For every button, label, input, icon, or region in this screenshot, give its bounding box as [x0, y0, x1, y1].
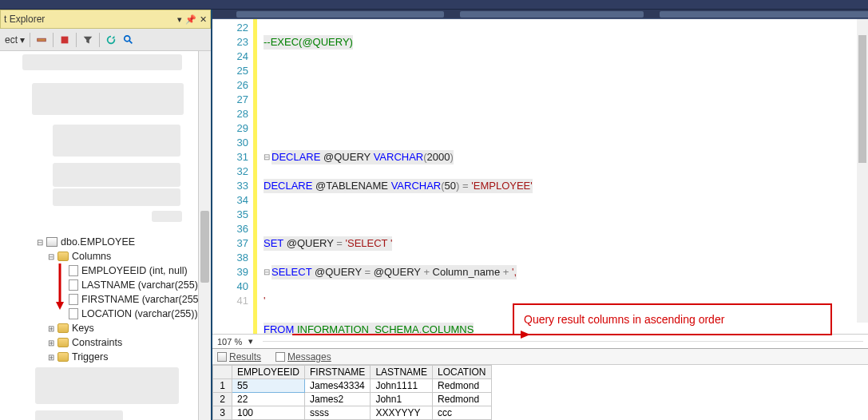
- cell[interactable]: ssss: [305, 406, 371, 420]
- results-panel: Results Messages EMPLOYEEID FIRSTNAME LA…: [212, 348, 868, 420]
- column-item[interactable]: LASTNAME (varchar(255): [69, 278, 198, 292]
- pin-icon[interactable]: 📌: [185, 14, 196, 25]
- column-label: LOCATION (varchar(255)): [81, 308, 198, 319]
- triggers-folder[interactable]: Triggers: [46, 350, 108, 364]
- table-icon: [46, 237, 57, 247]
- code-content[interactable]: --EXEC(@QUERY) ⊟DECLARE @QUERY VARCHAR(2…: [257, 19, 868, 334]
- cell[interactable]: John1: [371, 393, 433, 406]
- collapse-icon[interactable]: [46, 252, 56, 261]
- line-gutter: 2223242526272829303132333435363738394041: [212, 19, 257, 334]
- keys-folder[interactable]: Keys: [46, 321, 94, 335]
- folder-icon: [57, 338, 69, 347]
- stop-icon[interactable]: [58, 34, 71, 46]
- annotation-text: Query result columns in ascending order: [524, 313, 724, 326]
- cell[interactable]: 100: [232, 406, 305, 420]
- explorer-title: t Explorer: [4, 14, 45, 25]
- results-tabs: Results Messages: [212, 349, 868, 365]
- keys-label: Keys: [72, 323, 94, 334]
- cell[interactable]: James2: [305, 393, 371, 406]
- annotation-box: Query result columns in ascending order: [513, 303, 832, 335]
- col-header[interactable]: LOCATION: [433, 366, 491, 379]
- table-row[interactable]: 2 22 James2 John1 Redmond: [213, 393, 492, 406]
- cell[interactable]: ccc: [433, 406, 491, 420]
- cell[interactable]: 22: [232, 393, 305, 406]
- column-label: EMPLOYEEID (int, null): [81, 265, 188, 276]
- folder-icon: [57, 352, 69, 362]
- column-icon: [69, 294, 78, 305]
- constraints-folder[interactable]: Constraints: [46, 335, 122, 350]
- column-icon: [69, 279, 78, 291]
- editor-tabbar-blur: [212, 10, 868, 19]
- col-header[interactable]: FIRSTNAME: [305, 366, 371, 379]
- results-grid[interactable]: EMPLOYEEID FIRSTNAME LASTNAME LOCATION 1…: [212, 365, 492, 420]
- column-item[interactable]: LOCATION (varchar(255)): [69, 307, 198, 321]
- cell[interactable]: James43334: [305, 379, 371, 393]
- col-header[interactable]: EMPLOYEEID: [232, 366, 305, 379]
- cell[interactable]: John1111: [371, 379, 433, 393]
- explorer-header: t Explorer ▾ 📌 ✕: [0, 10, 211, 29]
- connect-button[interactable]: ect ▾: [5, 34, 25, 46]
- column-label: FIRSTNAME (varchar(255): [81, 294, 202, 305]
- columns-folder[interactable]: Columns: [46, 249, 111, 263]
- table-row[interactable]: 1 55 James43334 John1111 Redmond: [213, 379, 492, 393]
- column-item[interactable]: FIRSTNAME (varchar(255): [69, 292, 202, 307]
- messages-icon: [275, 352, 285, 362]
- col-header[interactable]: LASTNAME: [371, 366, 433, 379]
- row-header-blank: [213, 366, 232, 379]
- cell[interactable]: Redmond: [433, 379, 491, 393]
- explorer-toolbar: ect ▾: [0, 29, 211, 51]
- cell[interactable]: 55: [232, 379, 305, 393]
- constraints-label: Constraints: [72, 337, 122, 348]
- folder-icon: [57, 323, 69, 333]
- expand-icon[interactable]: [46, 338, 56, 347]
- svg-point-2: [125, 35, 130, 41]
- expand-icon[interactable]: [46, 352, 56, 362]
- refresh-icon[interactable]: [105, 34, 117, 46]
- window-chrome: [0, 0, 868, 10]
- collapse-icon[interactable]: [35, 237, 45, 247]
- dropdown-icon[interactable]: ▾: [177, 14, 182, 25]
- tree-scrollbar[interactable]: [198, 51, 211, 420]
- object-explorer-panel: t Explorer ▾ 📌 ✕ ect ▾ dbo.EM: [0, 10, 212, 420]
- folder-icon: [57, 252, 69, 261]
- svg-rect-1: [61, 36, 69, 43]
- zoom-level[interactable]: 107 %: [217, 337, 242, 347]
- search-icon[interactable]: [122, 34, 135, 46]
- expand-icon[interactable]: [46, 323, 56, 333]
- table-node[interactable]: dbo.EMPLOYEE: [35, 235, 135, 249]
- tab-messages[interactable]: Messages: [272, 351, 335, 363]
- cell[interactable]: Redmond: [433, 393, 491, 406]
- window-tools[interactable]: ▾ 📌 ✕: [177, 14, 207, 25]
- filter-icon[interactable]: [81, 34, 94, 46]
- table-node-label: dbo.EMPLOYEE: [61, 236, 135, 248]
- editor-scrollbar[interactable]: [857, 19, 868, 323]
- triggers-label: Triggers: [72, 351, 108, 363]
- column-icon: [69, 265, 78, 276]
- tab-results[interactable]: Results: [214, 351, 264, 363]
- annotation-arrow-down: [54, 263, 65, 311]
- columns-folder-label: Columns: [72, 251, 111, 262]
- column-label: LASTNAME (varchar(255): [81, 279, 198, 291]
- table-row[interactable]: 3 100 ssss XXXYYYY ccc: [213, 406, 492, 420]
- editor-panel: 2223242526272829303132333435363738394041…: [212, 10, 868, 420]
- tab-results-label: Results: [229, 351, 261, 363]
- annotation-arrow-right: [292, 329, 532, 343]
- svg-rect-0: [38, 38, 46, 42]
- code-editor[interactable]: 2223242526272829303132333435363738394041…: [212, 19, 868, 334]
- column-icon: [69, 308, 78, 319]
- object-tree[interactable]: dbo.EMPLOYEE Columns EMPLOYEEID (int, nu…: [0, 51, 211, 420]
- cell[interactable]: XXXYYYY: [371, 406, 433, 420]
- column-item[interactable]: EMPLOYEEID (int, null): [69, 263, 188, 278]
- tab-messages-label: Messages: [287, 351, 331, 363]
- disconnect-icon[interactable]: [35, 34, 48, 46]
- grid-icon: [217, 352, 227, 362]
- close-icon[interactable]: ✕: [200, 14, 207, 25]
- zoom-dropdown-icon[interactable]: ▾: [248, 336, 253, 347]
